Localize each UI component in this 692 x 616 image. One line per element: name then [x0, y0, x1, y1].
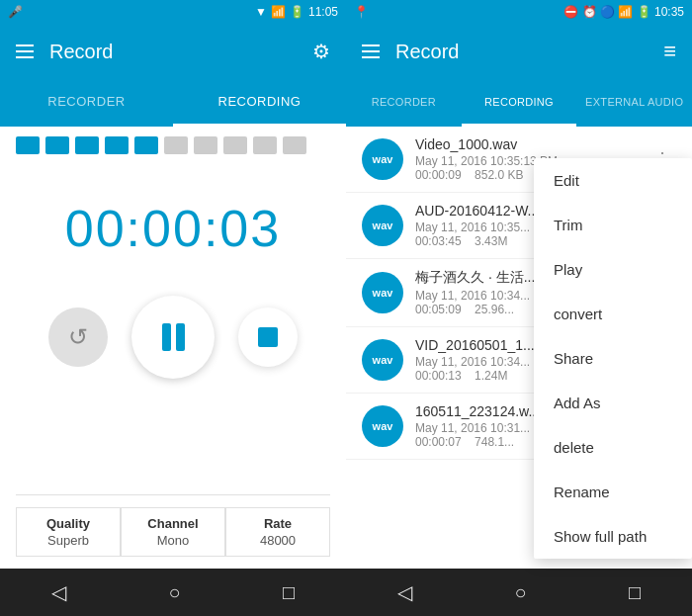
recent-nav-right[interactable]: □	[629, 581, 641, 604]
settings-icon-left[interactable]: ⚙	[312, 40, 330, 63]
wav-badge-2: wav	[362, 205, 403, 246]
home-nav-right[interactable]: ○	[514, 581, 526, 604]
rec-block-4	[105, 136, 129, 154]
reset-icon: ↺	[68, 323, 88, 351]
battery-icon-right: 🔋	[637, 5, 651, 19]
rec-name-1: Video_1000.wav	[415, 136, 649, 152]
wav-badge-5: wav	[362, 405, 403, 447]
rate-value: 48000	[260, 533, 296, 548]
menu-item-edit[interactable]: Edit	[534, 158, 692, 203]
channel-value: Mono	[157, 533, 190, 548]
pause-button[interactable]	[131, 296, 215, 379]
app-title-right: Record	[395, 41, 459, 63]
rec-block-8	[223, 136, 247, 154]
channel-label: Channel	[147, 516, 198, 531]
back-nav-right[interactable]: ◁	[397, 580, 412, 604]
tab-recorder-left[interactable]: RECORDER	[0, 79, 173, 127]
nav-bar-right: ◁ ○ □	[346, 569, 692, 616]
alarm-icon: ⏰	[582, 5, 597, 19]
tab-recorder-right[interactable]: RECORDER	[346, 79, 462, 127]
channel-info: Channel Mono	[121, 507, 225, 557]
pause-icon	[162, 323, 185, 351]
menu-item-share[interactable]: Share	[534, 336, 692, 381]
wifi-icon: ▼	[255, 5, 267, 19]
location-icon: 📍	[354, 5, 369, 19]
rec-block-6	[164, 136, 188, 154]
recent-nav-left[interactable]: □	[283, 581, 295, 604]
hamburger-menu-left[interactable]	[16, 44, 34, 58]
bottom-info: Quality Superb Channel Mono Rate 48000	[16, 494, 330, 569]
mic-icon: 🎤	[8, 5, 23, 19]
right-panel: 📍 ⛔ ⏰ 🔵 📶 🔋 10:35 Record ≡ RECORDER RECO…	[346, 0, 692, 616]
timer-display: 00:00:03	[0, 160, 346, 286]
home-nav-left[interactable]: ○	[168, 581, 180, 604]
tab-external-right[interactable]: EXTERNAL AUDIO	[576, 79, 692, 127]
quality-label: Quality	[46, 516, 90, 531]
stop-icon	[258, 327, 278, 347]
menu-item-rename[interactable]: Rename	[534, 470, 692, 514]
app-bar-right: Record ≡	[346, 24, 692, 79]
tab-recording-right[interactable]: RECORDING	[462, 79, 577, 127]
back-nav-left[interactable]: ◁	[51, 580, 66, 604]
app-title-left: Record	[49, 41, 113, 63]
quality-info: Quality Superb	[16, 507, 121, 557]
rate-label: Rate	[264, 516, 292, 531]
time-right: 10:35	[654, 5, 684, 19]
reset-button[interactable]: ↺	[48, 308, 108, 367]
signal-icon: 📶	[271, 5, 286, 19]
dnd-icon: ⛔	[563, 5, 578, 19]
quality-value: Superb	[47, 533, 89, 548]
menu-item-trim[interactable]: Trim	[534, 203, 692, 247]
rec-block-1	[16, 136, 40, 154]
rec-block-5	[134, 136, 158, 154]
app-bar-left: Record ⚙	[0, 24, 346, 79]
wav-badge-3: wav	[362, 272, 403, 313]
status-bar-right: 📍 ⛔ ⏰ 🔵 📶 🔋 10:35	[346, 0, 692, 24]
status-icons-left: ▼ 📶 🔋 11:05	[255, 5, 338, 19]
tabs-left: RECORDER RECORDING	[0, 79, 346, 127]
battery-icon: 🔋	[290, 5, 304, 19]
wifi-icon-right: 📶	[618, 5, 633, 19]
status-bar-left: 🎤 ▼ 📶 🔋 11:05	[0, 0, 346, 24]
recording-indicator	[0, 127, 346, 160]
nav-bar-left: ◁ ○ □	[0, 569, 346, 616]
status-icons-right: ⛔ ⏰ 🔵 📶 🔋 10:35	[563, 5, 684, 19]
time-left: 11:05	[308, 5, 338, 19]
rate-info: Rate 48000	[225, 507, 330, 557]
rec-block-9	[253, 136, 277, 154]
tab-recording-left[interactable]: RECORDING	[173, 79, 346, 127]
tabs-right: RECORDER RECORDING EXTERNAL AUDIO	[346, 79, 692, 127]
wav-badge-1: wav	[362, 138, 403, 180]
menu-item-addas[interactable]: Add As	[534, 381, 692, 425]
menu-item-play[interactable]: Play	[534, 247, 692, 292]
menu-item-delete[interactable]: delete	[534, 425, 692, 470]
more-icon-right[interactable]: ≡	[663, 39, 676, 64]
menu-item-showfullpath[interactable]: Show full path	[534, 514, 692, 559]
bt-icon: 🔵	[600, 5, 615, 19]
rec-block-3	[75, 136, 99, 154]
menu-item-convert[interactable]: convert	[534, 292, 692, 336]
hamburger-menu-right[interactable]	[362, 44, 380, 58]
timer-text: 00:00:03	[65, 199, 281, 258]
wav-badge-4: wav	[362, 339, 403, 381]
rec-block-2	[45, 136, 69, 154]
rec-block-7	[194, 136, 217, 154]
controls: ↺	[0, 286, 346, 398]
stop-button[interactable]	[238, 308, 298, 367]
left-panel: 🎤 ▼ 📶 🔋 11:05 Record ⚙ RECORDER RECORDIN…	[0, 0, 346, 616]
context-menu: Edit Trim Play convert Share Add As dele…	[534, 158, 692, 559]
rec-block-10	[283, 136, 306, 154]
